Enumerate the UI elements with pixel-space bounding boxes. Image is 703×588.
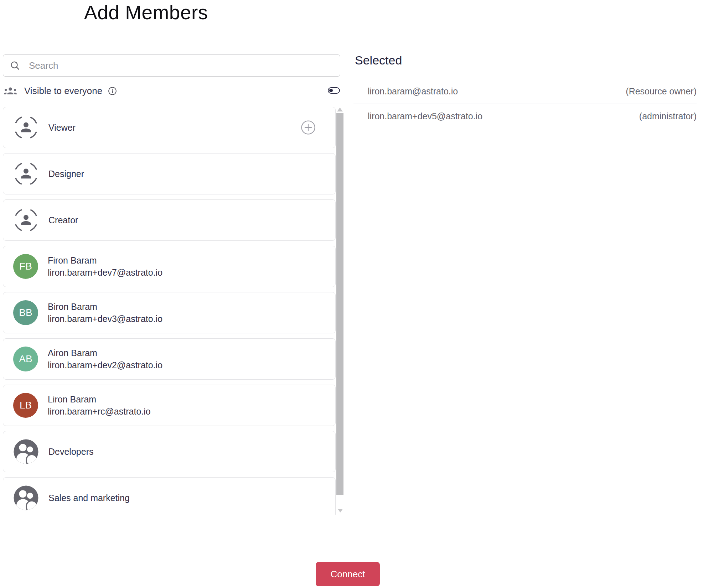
scrollbar bbox=[336, 107, 343, 514]
member-name: Biron Baram bbox=[48, 301, 162, 313]
member-text: Sales and marketing bbox=[48, 492, 130, 504]
info-icon[interactable] bbox=[108, 87, 117, 95]
member-name: Sales and marketing bbox=[48, 492, 130, 504]
member-name: Viewer bbox=[48, 121, 76, 134]
avatar-initials: BB bbox=[19, 307, 32, 318]
member-name: Creator bbox=[48, 214, 78, 226]
member-name: Liron Baram bbox=[48, 393, 151, 405]
group-avatar-icon bbox=[13, 485, 39, 511]
group-avatar-icon bbox=[13, 439, 39, 464]
member-email: liron.baram+dev3@astrato.io bbox=[48, 313, 162, 325]
member-email: liron.baram+dev2@astrato.io bbox=[48, 359, 162, 371]
scrollbar-down-arrow[interactable] bbox=[338, 509, 343, 512]
person-role-icon bbox=[13, 161, 39, 187]
list-item[interactable]: BB Biron Baram liron.baram+dev3@astrato.… bbox=[3, 292, 336, 333]
add-member-button[interactable] bbox=[301, 120, 316, 135]
list-item[interactable]: Developers bbox=[3, 431, 336, 472]
selected-row: liron.baram@astrato.io (Resource owner) bbox=[353, 79, 697, 104]
connect-button[interactable]: Connect bbox=[316, 562, 380, 586]
member-name: Airon Baram bbox=[48, 347, 162, 359]
avatar: AB bbox=[13, 347, 38, 371]
member-text: Viewer bbox=[48, 121, 76, 134]
visibility-label: Visible to everyone bbox=[24, 85, 102, 97]
avatar: LB bbox=[13, 393, 38, 418]
list-item[interactable]: AB Airon Baram liron.baram+dev2@astrato.… bbox=[3, 338, 336, 380]
avatar-initials: LB bbox=[20, 400, 32, 411]
toggle-knob bbox=[329, 89, 333, 92]
list-item[interactable]: Sales and marketing bbox=[3, 477, 336, 515]
member-text: Developers bbox=[48, 446, 93, 458]
person-role-icon bbox=[13, 115, 39, 140]
member-text: Liron Baram liron.baram+rc@astrato.io bbox=[48, 393, 151, 417]
member-name: Firon Baram bbox=[48, 254, 162, 266]
selected-role: (administrator) bbox=[639, 111, 697, 121]
list-item[interactable]: Designer bbox=[3, 153, 336, 194]
member-text: Creator bbox=[48, 214, 78, 226]
avatar: FB bbox=[13, 254, 38, 279]
member-list: Viewer Designer bbox=[3, 107, 336, 515]
selected-email: liron.baram+dev5@astrato.io bbox=[368, 111, 482, 121]
search-icon bbox=[10, 60, 20, 71]
member-email: liron.baram+dev7@astrato.io bbox=[48, 266, 162, 279]
scrollbar-thumb[interactable] bbox=[336, 113, 343, 495]
member-text: Airon Baram liron.baram+dev2@astrato.io bbox=[48, 347, 162, 371]
groups-icon bbox=[4, 86, 17, 95]
search-box[interactable] bbox=[3, 54, 340, 77]
selected-row: liron.baram+dev5@astrato.io (administrat… bbox=[353, 104, 697, 129]
visibility-toggle[interactable] bbox=[328, 87, 340, 94]
member-text: Firon Baram liron.baram+dev7@astrato.io bbox=[48, 254, 162, 279]
list-item[interactable]: FB Firon Baram liron.baram+dev7@astrato.… bbox=[3, 246, 336, 287]
member-email: liron.baram+rc@astrato.io bbox=[48, 405, 151, 417]
person-role-icon bbox=[13, 207, 39, 233]
scrollbar-up-arrow[interactable] bbox=[337, 108, 343, 111]
selected-list: liron.baram@astrato.io (Resource owner) … bbox=[353, 79, 697, 129]
member-text: Designer bbox=[48, 168, 84, 180]
selected-heading: Selected bbox=[355, 53, 402, 67]
member-name: Designer bbox=[48, 168, 84, 180]
list-item[interactable]: Creator bbox=[3, 199, 336, 241]
list-item[interactable]: Viewer bbox=[3, 107, 336, 148]
visibility-row: Visible to everyone bbox=[4, 85, 341, 97]
member-name: Developers bbox=[48, 446, 93, 458]
list-item[interactable]: LB Liron Baram liron.baram+rc@astrato.io bbox=[3, 385, 336, 426]
search-input[interactable] bbox=[28, 60, 334, 72]
selected-email: liron.baram@astrato.io bbox=[368, 86, 458, 97]
member-text: Biron Baram liron.baram+dev3@astrato.io bbox=[48, 301, 162, 325]
selected-role: (Resource owner) bbox=[626, 86, 697, 97]
avatar-initials: FB bbox=[19, 261, 32, 272]
avatar-initials: AB bbox=[19, 353, 32, 365]
avatar: BB bbox=[13, 300, 38, 325]
page-title: Add Members bbox=[84, 1, 208, 24]
